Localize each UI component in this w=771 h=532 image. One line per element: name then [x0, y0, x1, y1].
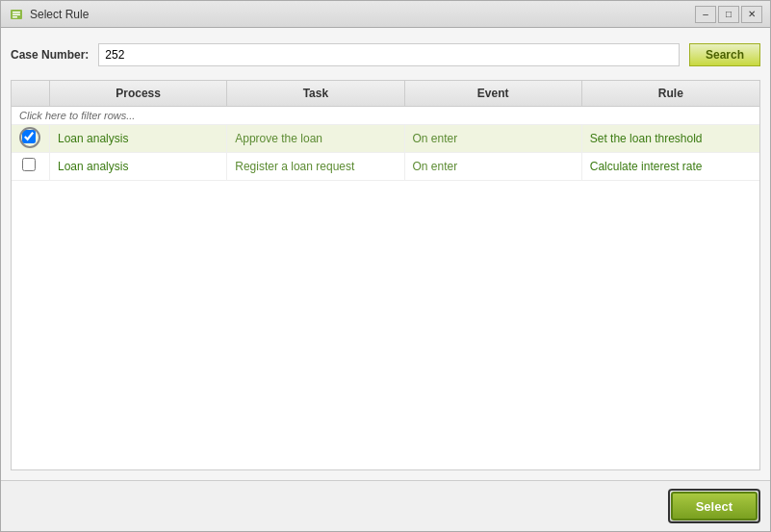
row1-checkbox-cell — [12, 125, 50, 152]
row2-process: Loan analysis — [50, 153, 227, 180]
rules-table: Process Task Event Rule Click here to fi… — [11, 80, 760, 470]
col-rule: Rule — [582, 81, 759, 106]
filter-row[interactable]: Click here to filter rows... — [12, 107, 759, 125]
row2-checkbox-wrapper[interactable] — [22, 158, 39, 175]
search-bar: Case Number: Search — [11, 38, 760, 72]
col-event: Event — [405, 81, 582, 106]
row2-checkbox[interactable] — [22, 158, 36, 171]
maximize-button[interactable]: □ — [718, 6, 739, 23]
row2-rule: Calculate interest rate — [582, 153, 759, 180]
window-title: Select Rule — [30, 8, 695, 21]
select-button[interactable]: Select — [671, 492, 758, 520]
window-controls: – □ ✕ — [695, 6, 762, 23]
table-row[interactable]: Loan analysis Register a loan request On… — [12, 153, 759, 181]
window-icon — [9, 7, 24, 22]
row1-rule: Set the loan threshold — [582, 125, 759, 152]
svg-rect-2 — [13, 13, 20, 15]
row2-task: Register a loan request — [227, 153, 404, 180]
col-task: Task — [227, 81, 404, 106]
close-button[interactable]: ✕ — [741, 6, 762, 23]
case-number-label: Case Number: — [11, 48, 89, 62]
table-header: Process Task Event Rule — [12, 81, 759, 107]
svg-rect-3 — [13, 16, 17, 18]
row1-checkbox-wrapper[interactable] — [22, 130, 39, 147]
row1-process: Loan analysis — [50, 125, 227, 152]
search-button[interactable]: Search — [689, 43, 760, 66]
title-bar: Select Rule – □ ✕ — [1, 1, 770, 28]
svg-rect-1 — [13, 12, 20, 13]
row1-checkbox[interactable] — [22, 130, 36, 143]
col-process: Process — [50, 81, 227, 106]
row1-event: On enter — [405, 125, 582, 152]
select-rule-window: Select Rule – □ ✕ Case Number: Search Pr… — [0, 0, 771, 532]
row2-checkbox-cell — [12, 153, 50, 180]
content-area: Case Number: Search Process Task Event R… — [1, 28, 770, 480]
row2-event: On enter — [405, 153, 582, 180]
row1-task: Approve the loan — [227, 125, 404, 152]
bottom-bar: Select — [1, 480, 770, 531]
minimize-button[interactable]: – — [695, 6, 716, 23]
select-button-wrapper: Select — [668, 489, 760, 523]
table-row[interactable]: Loan analysis Approve the loan On enter … — [12, 125, 759, 153]
case-number-input[interactable] — [98, 43, 680, 66]
col-checkbox — [12, 81, 50, 106]
table-body: Loan analysis Approve the loan On enter … — [12, 125, 759, 469]
